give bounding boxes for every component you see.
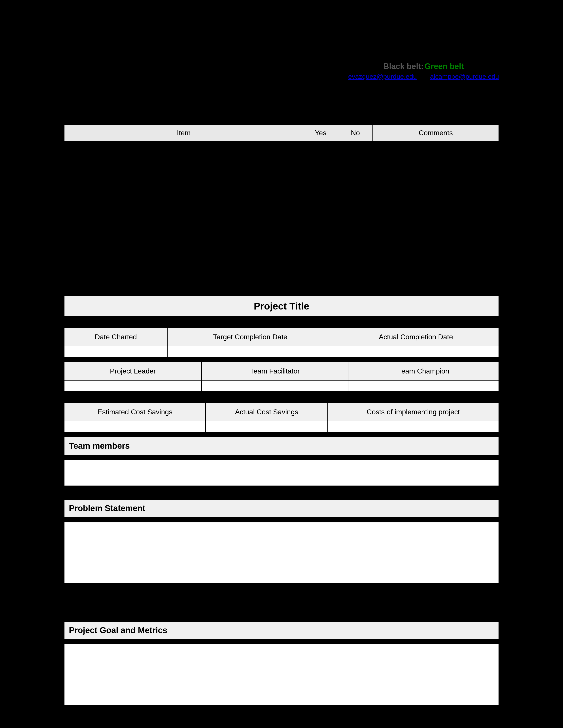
black-divider-1 [64,87,499,111]
date-charted-label: Date Charted [64,328,167,346]
team-champion-value[interactable] [348,380,499,391]
project-goal-content[interactable] [64,644,499,706]
estimated-cost-label: Estimated Cost Savings [64,403,205,421]
people-header-row: Project Leader Team Facilitator Team Cha… [64,362,499,380]
target-completion-label: Target Completion Date [167,328,333,346]
team-members-header: Team members [64,437,499,455]
belt-info: Black belt: Green belt [348,62,499,71]
team-facilitator-label: Team Facilitator [201,362,348,380]
actual-completion-value[interactable] [333,346,499,357]
black-divider-3 [64,205,499,245]
black-spacer-1 [64,490,499,499]
black-belt-label: Black belt: [383,62,424,71]
checklist-section: Item Yes No Comments [64,124,499,141]
email-links: evazquez@purdue.edu alcampbe@purdue.edu [348,73,499,80]
people-data-row [64,380,499,391]
dates-header-row: Date Charted Target Completion Date Actu… [64,328,499,346]
costs-data-row [64,421,499,432]
dates-table: Date Charted Target Completion Date Actu… [64,328,499,357]
date-charted-value[interactable] [64,346,167,357]
problem-statement-header: Problem Statement [64,499,499,518]
charter-section: Project Title Date Charted Target Comple… [64,296,499,706]
team-champion-label: Team Champion [348,362,499,380]
project-goal-header: Project Goal and Metrics [64,621,499,640]
col-yes: Yes [303,125,338,141]
black-divider-4 [64,247,499,287]
costs-implementing-label: Costs of implementing project [328,403,499,421]
left-border [0,0,64,728]
project-title: Project Title [64,296,499,317]
header-section: Black belt: Green belt evazquez@purdue.e… [64,62,499,80]
col-comments: Comments [373,125,499,141]
email2-link[interactable]: alcampbe@purdue.edu [430,73,499,80]
checklist-table: Item Yes No Comments [64,124,499,141]
black-spacer-2 [64,588,499,621]
top-border [0,0,563,57]
right-border [499,0,563,728]
team-facilitator-value[interactable] [201,380,348,391]
target-completion-value[interactable] [167,346,333,357]
header-right: Black belt: Green belt evazquez@purdue.e… [348,62,499,80]
checklist-header-row: Item Yes No Comments [64,125,499,141]
col-item: Item [64,125,303,141]
dates-data-row [64,346,499,357]
spacer-2 [64,396,499,403]
green-belt-label: Green belt [425,62,464,71]
project-leader-label: Project Leader [64,362,201,380]
estimated-cost-value[interactable] [64,421,205,432]
actual-completion-label: Actual Completion Date [333,328,499,346]
problem-statement-content[interactable] [64,522,499,584]
actual-cost-value[interactable] [205,421,328,432]
costs-header-row: Estimated Cost Savings Actual Cost Savin… [64,403,499,421]
costs-implementing-value[interactable] [328,421,499,432]
spacer-1 [64,321,499,328]
costs-table: Estimated Cost Savings Actual Cost Savin… [64,403,499,432]
black-divider-2 [64,155,499,203]
actual-cost-label: Actual Cost Savings [205,403,328,421]
project-leader-value[interactable] [64,380,201,391]
people-table: Project Leader Team Facilitator Team Cha… [64,362,499,392]
col-no: No [338,125,373,141]
team-members-content[interactable] [64,460,499,486]
email1-link[interactable]: evazquez@purdue.edu [348,73,417,80]
